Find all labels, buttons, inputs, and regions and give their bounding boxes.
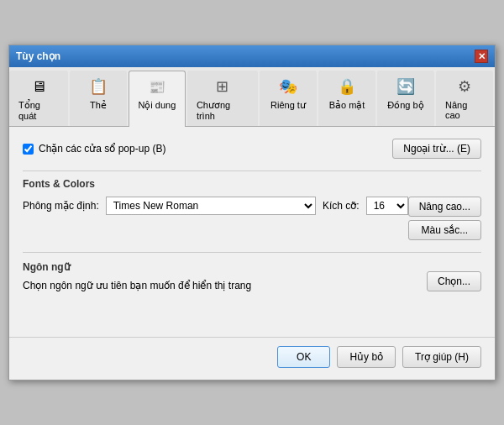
language-info: Ngôn ngữ Chọn ngôn ngữ ưu tiên bạn muốn … (23, 261, 251, 291)
tab-program[interactable]: Chương trình (187, 71, 258, 126)
bottom-bar: OK Hủy bỏ Trợ giúp (H) (9, 337, 495, 380)
tab-content[interactable]: Nội dung (129, 71, 186, 127)
tab-private[interactable]: Riêng tư (260, 71, 317, 126)
fonts-section-title: Fonts & Colors (23, 178, 481, 190)
content-icon (145, 75, 169, 98)
window-title: Tùy chọn (16, 50, 60, 62)
size-select[interactable]: 16 (366, 197, 408, 215)
font-size-label: Kích cỡ: (323, 200, 360, 212)
font-default-row: Phông mặc định: Times New Roman Kích cỡ:… (23, 197, 408, 215)
general-icon (27, 75, 50, 98)
tab-content-label: Nội dung (138, 100, 176, 111)
tab-sync-label: Đồng bộ (387, 100, 423, 111)
popup-block-label: Chặn các cửa sổ pop-up (B) (39, 143, 165, 155)
ok-button[interactable]: OK (277, 346, 330, 368)
tab-program-label: Chương trình (197, 100, 249, 121)
tab-card-label: Thẻ (90, 100, 107, 111)
tab-advanced-label: Nâng cao (445, 100, 484, 120)
tab-security[interactable]: Bảo mật (318, 71, 375, 126)
popup-checkbox-group: Chặn các cửa sổ pop-up (B) (23, 143, 165, 155)
tab-private-label: Riêng tư (270, 100, 306, 111)
tab-general[interactable]: Tổng quát (9, 71, 68, 126)
tab-advanced[interactable]: Nâng cao (436, 71, 493, 126)
private-icon (276, 75, 300, 98)
language-section: Ngôn ngữ Chọn ngôn ngữ ưu tiên bạn muốn … (23, 252, 481, 291)
close-button[interactable]: ✕ (475, 50, 488, 63)
tab-card[interactable]: Thẻ (70, 71, 127, 126)
security-icon (335, 75, 359, 98)
card-icon (87, 75, 110, 98)
sync-icon (394, 75, 417, 98)
font-advanced-button[interactable]: Nâng cao... (408, 197, 481, 217)
font-default-label: Phông mặc định: (23, 200, 99, 212)
language-choose-button[interactable]: Chọn... (427, 271, 481, 291)
tab-bar: Tổng quát Thẻ Nội dung Chương trình Riên… (9, 67, 495, 127)
fonts-section: Fonts & Colors Phông mặc định: Times New… (23, 171, 481, 247)
font-colors-button[interactable]: Màu sắc... (408, 220, 481, 240)
help-button[interactable]: Trợ giúp (H) (402, 346, 481, 368)
cancel-button[interactable]: Hủy bỏ (337, 346, 396, 368)
language-title: Ngôn ngữ (23, 261, 251, 273)
language-description: Chọn ngôn ngữ ưu tiên bạn muốn để hiển t… (23, 280, 251, 291)
dialog-window: Tùy chọn ✕ Tổng quát Thẻ Nội dung Chương… (8, 45, 496, 380)
popup-blocker-section: Chặn các cửa sổ pop-up (B) Ngoại trừ... … (23, 139, 481, 159)
font-select[interactable]: Times New Roman (106, 197, 316, 215)
tab-security-label: Bảo mật (329, 100, 365, 111)
content-area: Chặn các cửa sổ pop-up (B) Ngoại trừ... … (9, 127, 495, 303)
popup-block-checkbox[interactable] (23, 144, 34, 155)
popup-exceptions-button[interactable]: Ngoại trừ... (E) (392, 139, 481, 159)
tab-sync[interactable]: Đồng bộ (377, 71, 434, 126)
tab-general-label: Tổng quát (18, 100, 59, 121)
program-icon (211, 75, 234, 98)
font-buttons: Nâng cao... Màu sắc... (408, 197, 481, 240)
advanced-icon (453, 75, 476, 98)
title-bar: Tùy chọn ✕ (9, 45, 495, 67)
